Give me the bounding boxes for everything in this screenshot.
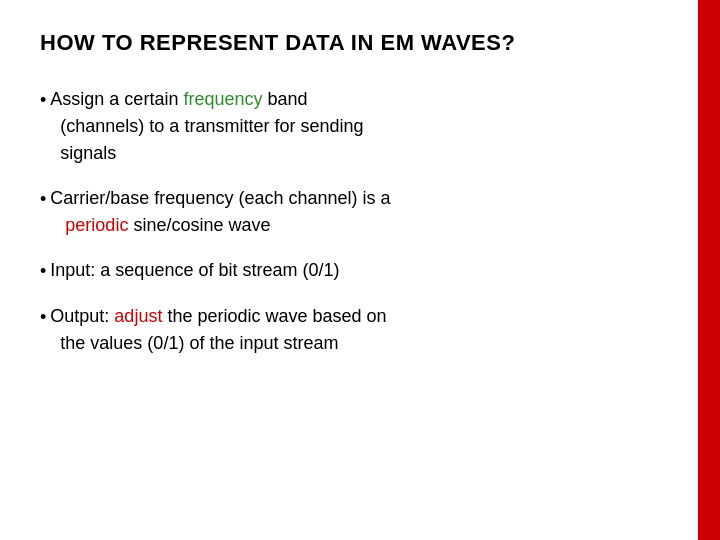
bullet-4-text-adjust: adjust (114, 306, 162, 326)
bullet-text-1: Assign a certain frequency band (channel… (50, 86, 680, 167)
bullet-dot-3: • (40, 258, 46, 285)
bullet-list: • Assign a certain frequency band (chann… (40, 86, 680, 357)
bullet-item-3: • Input: a sequence of bit stream (0/1) (40, 257, 680, 285)
bullet-1-text-a-certain: a certain (109, 89, 183, 109)
bullet-1-text-frequency: frequency (183, 89, 262, 109)
bullet-text-3: Input: a sequence of bit stream (0/1) (50, 257, 680, 284)
bullet-text-4: Output: adjust the periodic wave based o… (50, 303, 680, 357)
bullet-item-2: • Carrier/base frequency (each channel) … (40, 185, 680, 239)
bullet-dot-2: • (40, 186, 46, 213)
bullet-3-text-input: Input: a sequence of bit stream (0/1) (50, 260, 339, 280)
bullet-item-4: • Output: adjust the periodic wave based… (40, 303, 680, 357)
bullet-2-text-periodic: periodic (65, 215, 128, 235)
bullet-dot-1: • (40, 87, 46, 114)
accent-bar (698, 0, 720, 540)
slide-title: HOW TO REPRESENT DATA IN EM WAVES? (40, 30, 680, 56)
page-number: 3 (674, 503, 684, 524)
bullet-item-1: • Assign a certain frequency band (chann… (40, 86, 680, 167)
bullet-2-text-sine: sine/cosine wave (133, 215, 270, 235)
slide: HOW TO REPRESENT DATA IN EM WAVES? • Ass… (0, 0, 720, 540)
bullet-text-2: Carrier/base frequency (each channel) is… (50, 185, 680, 239)
bullet-1-text-assign: Assign (50, 89, 104, 109)
bullet-4-text-output: Output: (50, 306, 114, 326)
bullet-dot-4: • (40, 304, 46, 331)
